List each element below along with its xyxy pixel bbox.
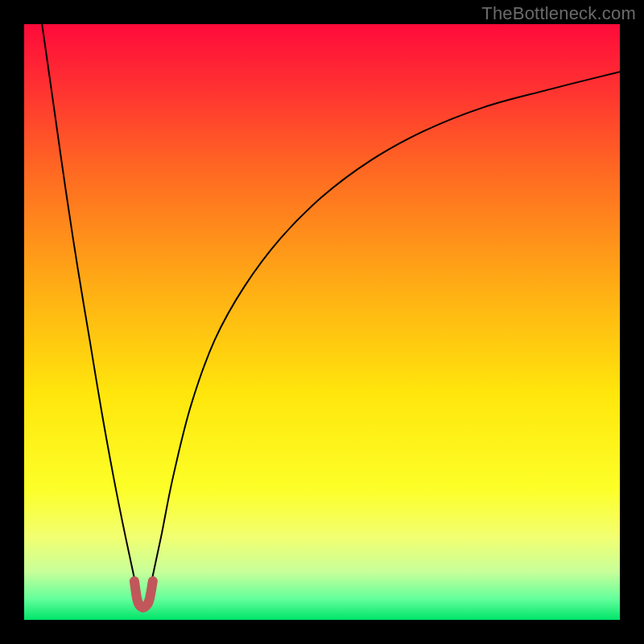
chart-frame: TheBottleneck.com [0, 0, 644, 644]
watermark: TheBottleneck.com [481, 3, 636, 24]
bottleneck-chart [24, 24, 620, 620]
chart-background [24, 24, 620, 620]
